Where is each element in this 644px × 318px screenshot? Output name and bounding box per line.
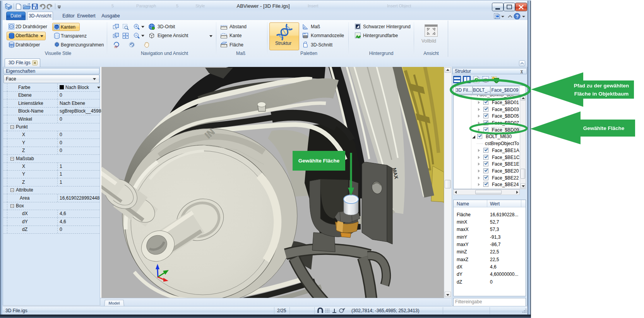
svg-text:Gewählte Fläche: Gewählte Fläche	[583, 125, 625, 131]
svg-text:35°: 35°	[114, 46, 118, 48]
svg-text:?: ?	[516, 14, 519, 19]
svg-text:Pfad zu der gewählten: Pfad zu der gewählten	[574, 83, 629, 89]
svg-text:Gewählte Fläche: Gewählte Fläche	[298, 158, 340, 164]
svg-text:Fläche in Objektbaum: Fläche in Objektbaum	[574, 91, 629, 97]
